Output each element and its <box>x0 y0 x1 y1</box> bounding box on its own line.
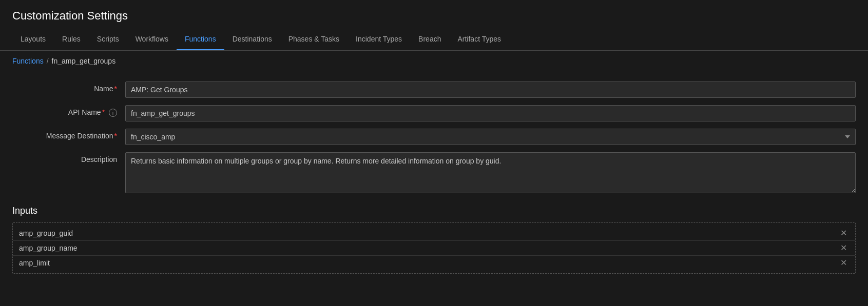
api-name-field-row: API Name* i <box>12 105 856 121</box>
message-destination-field-row: Message Destination* fn_cisco_amp <box>12 129 856 145</box>
message-destination-required-star: * <box>114 132 117 140</box>
input-row-name-2: amp_limit <box>19 259 50 267</box>
api-name-info-icon[interactable]: i <box>109 109 117 117</box>
tab-incident-types[interactable]: Incident Types <box>348 29 410 50</box>
page-header: Customization Settings <box>0 0 868 29</box>
api-name-required-star: * <box>102 108 105 116</box>
name-required-star: * <box>114 85 117 93</box>
api-name-input[interactable] <box>125 105 856 121</box>
tab-functions[interactable]: Functions <box>177 29 224 50</box>
input-row-name-0: amp_group_guid <box>19 229 73 237</box>
content-area: Name* API Name* i Message Destination* f… <box>0 71 868 284</box>
input-row-close-1[interactable]: ✕ <box>838 244 849 252</box>
tab-workflows[interactable]: Workflows <box>127 29 177 50</box>
name-field-row: Name* <box>12 81 856 98</box>
inputs-title: Inputs <box>12 206 856 216</box>
input-row-close-0[interactable]: ✕ <box>838 229 849 237</box>
tab-breach[interactable]: Breach <box>410 29 449 50</box>
input-row-close-2[interactable]: ✕ <box>838 259 849 267</box>
name-input[interactable] <box>125 81 856 98</box>
tab-scripts[interactable]: Scripts <box>89 29 127 50</box>
list-item: amp_group_guid ✕ <box>13 226 855 241</box>
page-title: Customization Settings <box>12 9 856 23</box>
name-label: Name* <box>12 81 125 93</box>
message-destination-select[interactable]: fn_cisco_amp <box>125 129 856 145</box>
tab-rules[interactable]: Rules <box>54 29 89 50</box>
tab-destinations[interactable]: Destinations <box>224 29 280 50</box>
list-item: amp_limit ✕ <box>13 256 855 270</box>
input-row-name-1: amp_group_name <box>19 244 78 252</box>
form-section: Name* API Name* i Message Destination* f… <box>12 81 856 193</box>
list-item: amp_group_name ✕ <box>13 241 855 256</box>
breadcrumb-parent-link[interactable]: Functions <box>12 57 44 65</box>
tab-bar: Layouts Rules Scripts Workflows Function… <box>0 29 868 51</box>
tab-phases-tasks[interactable]: Phases & Tasks <box>280 29 348 50</box>
breadcrumb-current: fn_amp_get_groups <box>52 57 116 65</box>
api-name-label: API Name* i <box>12 105 125 117</box>
tab-artifact-types[interactable]: Artifact Types <box>449 29 509 50</box>
description-label: Description <box>12 152 125 164</box>
description-field-row: Description Returns basic information on… <box>12 152 856 193</box>
description-textarea[interactable]: Returns basic information on multiple gr… <box>125 152 856 193</box>
breadcrumb-separator: / <box>47 57 49 65</box>
message-destination-label: Message Destination* <box>12 129 125 140</box>
inputs-container: amp_group_guid ✕ amp_group_name ✕ amp_li… <box>12 222 856 274</box>
breadcrumb: Functions / fn_amp_get_groups <box>0 51 868 71</box>
inputs-section: Inputs amp_group_guid ✕ amp_group_name ✕… <box>12 206 856 274</box>
tab-layouts[interactable]: Layouts <box>12 29 54 50</box>
